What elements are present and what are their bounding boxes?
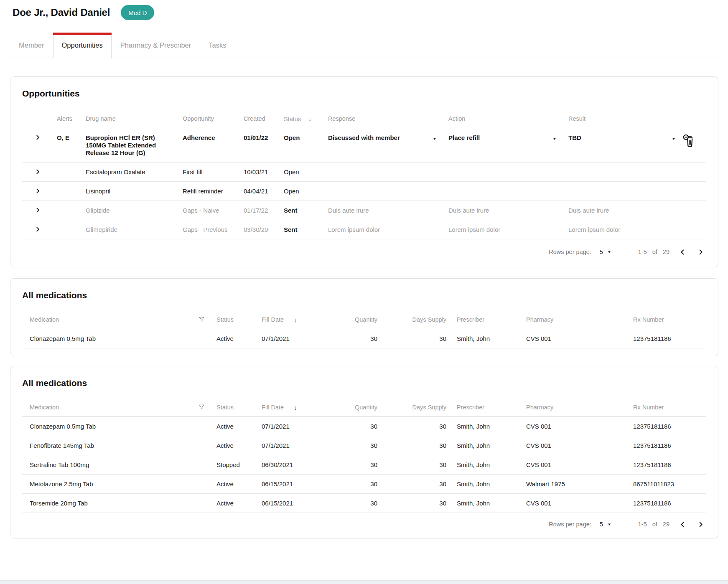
result-dropdown[interactable]: TBD ▼ xyxy=(568,134,682,143)
opportunity-value: Gaps - Naive xyxy=(183,207,244,214)
result-value: Duis aute irure xyxy=(568,207,682,214)
fill-date-value: 06/15/2021 xyxy=(262,500,319,507)
delete-opportunity-button[interactable] xyxy=(682,134,695,148)
tab-bar: Member Opportunities Pharmacy & Prescrib… xyxy=(10,33,718,58)
previous-page-button[interactable] xyxy=(678,247,687,257)
header-days-supply: Days Supply xyxy=(377,316,446,323)
days-supply-value: 30 xyxy=(377,423,446,430)
status-value: Active xyxy=(210,423,262,430)
action-value: Place refill xyxy=(448,134,480,142)
filter-icon[interactable] xyxy=(198,404,205,411)
medications-header-row: Medication Status Fill Date ↓ Quantity D… xyxy=(22,404,706,417)
days-supply-value: 30 xyxy=(377,461,446,468)
expand-row-button[interactable] xyxy=(22,134,55,140)
header-medication: Medication xyxy=(22,404,210,411)
expand-row-button[interactable] xyxy=(22,207,55,213)
status-value: Active xyxy=(210,335,262,342)
medications-summary-card: All medications Medication Status Fill D… xyxy=(10,278,718,356)
pharmacy-value: Walmart 1975 xyxy=(526,480,633,488)
created-value: 01/17/22 xyxy=(244,207,284,214)
opportunity-value: Refill reminder xyxy=(183,188,244,195)
header-action: Action xyxy=(448,115,568,122)
pharmacy-value: CVS 001 xyxy=(526,335,633,342)
rows-per-page-select[interactable]: 5 ▼ xyxy=(600,249,611,255)
medications-full-title: All medications xyxy=(22,366,706,388)
tab-pharmacy-prescriber-label: Pharmacy & Prescriber xyxy=(120,41,191,49)
chevron-left-icon xyxy=(680,249,685,255)
caret-down-icon: ▼ xyxy=(607,250,611,254)
expand-row-button[interactable] xyxy=(22,168,55,175)
header-fill-date-sort[interactable]: Fill Date ↓ xyxy=(262,316,319,323)
fill-date-value: 06/15/2021 xyxy=(262,480,319,488)
created-value: 10/03/21 xyxy=(244,168,284,176)
response-value: Discussed with member xyxy=(328,134,400,142)
header-drug-name: Drug name xyxy=(86,115,183,122)
range-value: 1-5 xyxy=(638,521,647,528)
rows-per-page-label: Rows per page: xyxy=(549,521,591,528)
quantity-value: 30 xyxy=(319,480,377,488)
chevron-right-icon xyxy=(35,169,41,175)
header-rx-number: Rx Number xyxy=(633,316,706,323)
drug-name-value: Bupropion HCl ER (SR) 150MG Tablet Exten… xyxy=(86,134,183,157)
opportunity-value: First fill xyxy=(183,168,244,176)
tab-tasks[interactable]: Tasks xyxy=(200,33,235,58)
header-status: Status xyxy=(210,316,262,323)
response-value: Duis aute irure xyxy=(328,207,448,214)
header-quantity: Quantity xyxy=(319,316,377,323)
medications-full-card: All medications Medication Status Fill D… xyxy=(10,366,718,538)
tab-pharmacy-prescriber[interactable]: Pharmacy & Prescriber xyxy=(112,33,200,58)
opportunities-title: Opportunities xyxy=(22,77,706,99)
medication-value: Sertraline Tab 100mg xyxy=(22,461,210,468)
next-page-button[interactable] xyxy=(696,247,705,257)
total-value: 29 xyxy=(663,521,669,528)
header-status: Status xyxy=(210,404,262,411)
header-status-sort[interactable]: Status ↓ xyxy=(284,115,328,122)
opportunity-value: Gaps - Previous xyxy=(183,226,244,234)
range-value: 1-5 xyxy=(638,249,647,255)
total-value: 29 xyxy=(663,249,669,255)
med-d-badge: Med D xyxy=(121,5,154,20)
header-pharmacy: Pharmacy xyxy=(526,404,633,411)
action-value: Duis aute irure xyxy=(448,207,568,214)
header-fill-date-sort[interactable]: Fill Date ↓ xyxy=(262,404,319,411)
header-pharmacy: Pharmacy xyxy=(526,316,633,323)
filter-icon[interactable] xyxy=(198,316,205,323)
pharmacy-value: CVS 001 xyxy=(526,423,633,430)
next-page-button[interactable] xyxy=(696,520,705,529)
opportunities-pagination: Rows per page: 5 ▼ 1-5 of 29 xyxy=(22,239,706,267)
expand-row-button[interactable] xyxy=(22,188,55,194)
status-value: Open xyxy=(284,134,328,142)
opportunity-row: Glimepiride Gaps - Previous 03/30/20 Sen… xyxy=(22,220,706,239)
fill-date-value: 07/1/2021 xyxy=(262,423,319,430)
status-value: Sent xyxy=(284,207,328,214)
rows-per-page-select[interactable]: 5 ▼ xyxy=(600,521,611,528)
sort-down-icon: ↓ xyxy=(308,115,312,122)
medication-row: Torsemide 20mg Tab Active 06/15/2021 30 … xyxy=(22,494,706,513)
fill-date-value: 07/1/2021 xyxy=(262,335,319,342)
result-value: Lorem ipsum dolor xyxy=(568,226,682,234)
header-medication-label: Medication xyxy=(30,316,59,323)
patient-page: Doe Jr., David Daniel Med D Member Oppor… xyxy=(0,0,728,538)
rx-number-value: 12375181186 xyxy=(633,335,706,342)
opportunity-row: Escitalopram Oxalate First fill 10/03/21… xyxy=(22,163,706,182)
tab-member[interactable]: Member xyxy=(10,33,53,58)
response-value: Lorem ipsum dolor xyxy=(328,226,448,234)
header-opportunity: Opportunity xyxy=(183,115,244,122)
header-fill-date-label: Fill Date xyxy=(262,316,284,323)
medication-row: Fenofibrate 145mg Tab Active 07/1/2021 3… xyxy=(22,436,706,455)
expand-row-button[interactable] xyxy=(22,226,55,232)
tab-opportunities[interactable]: Opportunities xyxy=(53,33,112,58)
drug-name-value: Lisinopril xyxy=(86,188,183,195)
header-days-supply: Days Supply xyxy=(377,404,446,411)
chevron-right-icon xyxy=(35,226,41,232)
medication-value: Torsemide 20mg Tab xyxy=(22,500,210,507)
caret-down-icon: ▼ xyxy=(552,136,557,142)
header-fill-date-label: Fill Date xyxy=(262,404,284,411)
opportunity-row: Lisinopril Refill reminder 04/04/21 Open xyxy=(22,182,706,201)
created-value: 03/30/20 xyxy=(244,226,284,234)
header-prescriber: Prescriber xyxy=(446,316,526,323)
response-dropdown[interactable]: Discussed with member ▼ xyxy=(328,134,448,143)
previous-page-button[interactable] xyxy=(678,520,687,529)
rx-number-value: 12375181186 xyxy=(633,442,706,449)
action-dropdown[interactable]: Place refill ▼ xyxy=(448,134,568,143)
